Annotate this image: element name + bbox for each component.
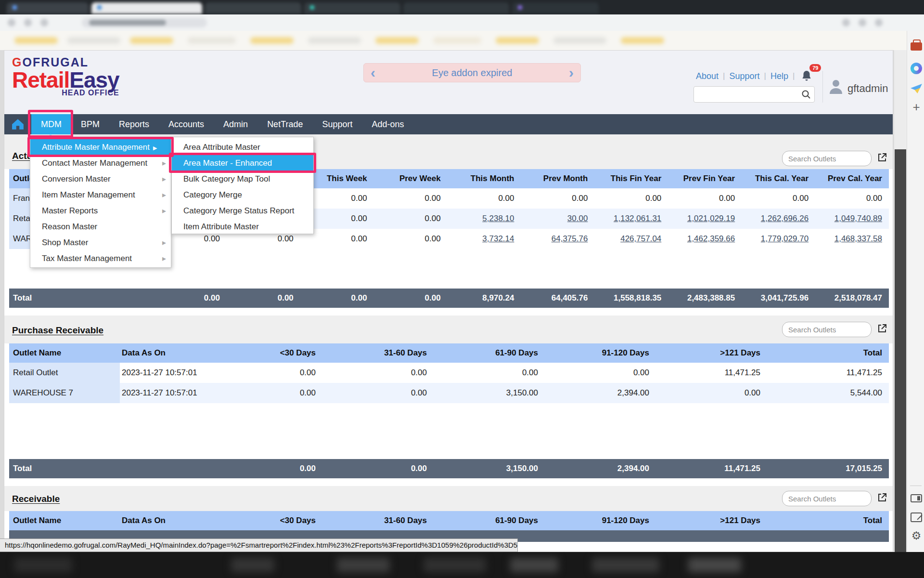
user-avatar[interactable]	[828, 79, 844, 97]
value-cell[interactable]: 426,757.04	[594, 229, 668, 249]
browser-tab[interactable]	[205, 2, 301, 14]
value-cell[interactable]: 3,732.14	[448, 229, 521, 249]
global-search-input[interactable]	[697, 88, 798, 101]
nav-item-reports[interactable]: Reports	[109, 114, 159, 134]
section-title: Purchase Receivable	[12, 325, 103, 336]
menu-item[interactable]: Attribute Master Management▶	[30, 139, 171, 155]
nav-item-admin[interactable]: Admin	[214, 114, 257, 134]
split-screen-icon[interactable]	[911, 494, 922, 502]
browser-tab[interactable]	[403, 2, 509, 14]
menu-item-label: Area Attribute Master	[183, 143, 260, 152]
taskbar-item[interactable]	[337, 558, 390, 572]
banner-next-icon[interactable]: ›	[569, 66, 574, 80]
menu-item[interactable]: Master Reports▸	[30, 203, 171, 219]
gear-icon[interactable]: ⚙	[911, 530, 922, 541]
taskbar-item[interactable]	[14, 558, 72, 572]
toolbar-icon[interactable]	[842, 19, 850, 26]
value-cell[interactable]: 1,262,696.26	[742, 209, 815, 229]
nav-item-mdm[interactable]: MDM	[31, 114, 71, 134]
toolbar-icon[interactable]	[859, 19, 866, 26]
bookmark-item[interactable]	[433, 37, 481, 44]
nav-item-addons[interactable]: Add-ons	[362, 114, 414, 134]
menu-item[interactable]: Shop Master▸	[30, 235, 171, 250]
nav-item-accounts[interactable]: Accounts	[159, 114, 214, 134]
value-cell[interactable]: 1,021,029.19	[668, 209, 742, 229]
refresh-button[interactable]	[40, 19, 48, 26]
value-cell[interactable]: 1,132,061.31	[594, 209, 668, 229]
menu-item[interactable]: Category Merge	[172, 187, 313, 203]
value-cell[interactable]: 64,375.76	[521, 229, 594, 249]
menu-item[interactable]: Reason Master	[30, 219, 171, 235]
support-link[interactable]: Support	[729, 71, 759, 81]
menu-item[interactable]: Area Attribute Master	[172, 139, 313, 155]
customize-icon[interactable]	[911, 512, 922, 522]
taskbar-item[interactable]	[688, 558, 741, 572]
bookmark-item[interactable]	[553, 37, 606, 44]
receivable-band: Receivable	[4, 486, 893, 511]
outlook-icon[interactable]	[911, 84, 922, 93]
menu-item-label: Area Master - Enhanced	[183, 158, 272, 168]
browser-tab[interactable]	[91, 2, 202, 14]
back-button[interactable]	[8, 19, 15, 26]
menu-item[interactable]: Item Master Management▸	[30, 187, 171, 203]
value-cell: 0.00	[448, 188, 521, 209]
value-cell[interactable]: 1,468,337.58	[815, 229, 889, 249]
bookmark-item[interactable]	[14, 37, 58, 44]
value-cell: Total	[767, 511, 889, 530]
value-cell: 2,518,078.47	[815, 289, 889, 308]
menu-item[interactable]: Contact Master Management▸	[30, 155, 171, 171]
bookmark-item[interactable]	[250, 37, 294, 44]
value-cell[interactable]: 1,779,029.70	[742, 229, 815, 249]
search-outlets-input[interactable]	[782, 491, 872, 506]
toolbox-icon[interactable]	[911, 42, 922, 51]
taskbar-item[interactable]	[424, 558, 486, 572]
taskbar-item[interactable]	[592, 558, 659, 572]
value-cell[interactable]: 1,462,359.66	[668, 229, 742, 249]
value-cell[interactable]: 1,049,740.89	[815, 209, 889, 229]
value-cell[interactable]: 30.00	[521, 209, 594, 229]
menu-item[interactable]: Bulk Category Map Tool	[172, 171, 313, 187]
taskbar-item[interactable]	[510, 558, 558, 572]
about-link[interactable]: About	[696, 71, 719, 81]
external-link-icon[interactable]	[876, 323, 888, 334]
browser-tab[interactable]	[512, 2, 599, 14]
bookmark-item[interactable]	[496, 37, 539, 44]
notification-bell-icon[interactable]: 79	[801, 70, 813, 82]
copilot-icon[interactable]	[911, 63, 922, 74]
menu-item[interactable]: Tax Master Management▸	[30, 250, 171, 266]
search-outlets-input[interactable]	[782, 322, 872, 337]
notification-badge[interactable]: 79	[809, 64, 821, 72]
bookmark-item[interactable]	[188, 37, 236, 44]
external-link-icon[interactable]	[876, 492, 888, 503]
add-sidebar-icon[interactable]: +	[911, 101, 922, 113]
forward-button[interactable]	[24, 19, 32, 26]
logo-product: RetailEasy	[12, 69, 119, 91]
menu-item[interactable]: Conversion Master▸	[30, 171, 171, 187]
search-outlets-input[interactable]	[782, 151, 872, 166]
bookmark-item[interactable]	[375, 37, 419, 44]
profile-icon[interactable]	[875, 19, 883, 26]
bookmark-item[interactable]	[67, 37, 120, 44]
browser-tab[interactable]	[304, 2, 400, 14]
external-link-icon[interactable]	[876, 152, 888, 163]
menu-item[interactable]: Category Merge Status Report	[172, 203, 313, 219]
nav-item-nettrade[interactable]: NetTrade	[257, 114, 312, 134]
home-icon[interactable]	[4, 114, 31, 134]
nav-item-support[interactable]: Support	[313, 114, 362, 134]
help-link[interactable]: Help	[770, 71, 788, 81]
banner-prev-icon[interactable]: ‹	[371, 66, 375, 80]
username[interactable]: gftadmin	[847, 82, 888, 95]
bookmark-item[interactable]	[130, 37, 173, 44]
scrollbar-thumb[interactable]	[895, 149, 906, 552]
nav-item-bpm[interactable]: BPM	[71, 114, 109, 134]
value-cell	[120, 459, 211, 478]
bookmark-item[interactable]	[621, 37, 664, 44]
value-cell[interactable]: 5,238.10	[448, 209, 521, 229]
menu-item[interactable]: Item Attribute Master	[172, 219, 313, 235]
taskbar-item[interactable]	[231, 558, 274, 572]
browser-tab[interactable]	[7, 2, 89, 14]
menu-item[interactable]: Area Master - Enhanced	[172, 155, 313, 171]
search-icon[interactable]	[801, 89, 811, 102]
bookmark-item[interactable]	[308, 37, 361, 44]
page-scrollbar[interactable]	[894, 50, 907, 552]
